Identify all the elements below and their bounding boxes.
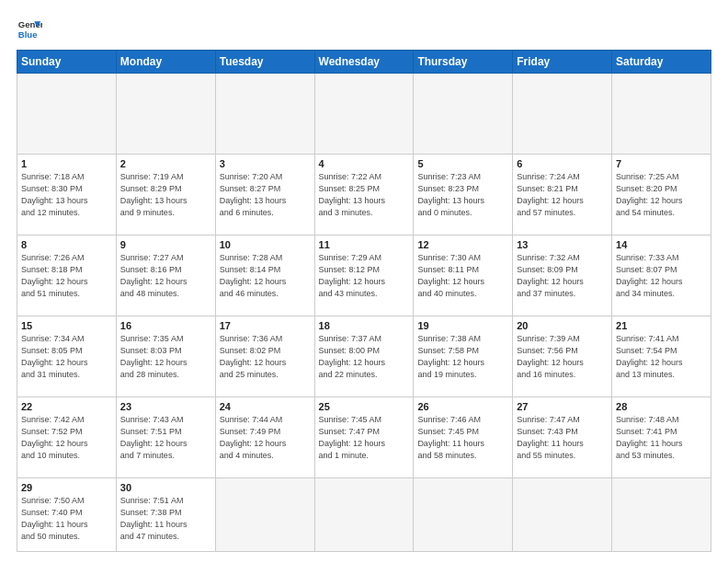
- day-info: Sunrise: 7:50 AM Sunset: 7:40 PM Dayligh…: [21, 495, 112, 543]
- calendar-week-row: 22Sunrise: 7:42 AM Sunset: 7:52 PM Dayli…: [17, 397, 711, 478]
- day-info: Sunrise: 7:38 AM Sunset: 7:58 PM Dayligh…: [417, 333, 508, 381]
- day-info: Sunrise: 7:22 AM Sunset: 8:25 PM Dayligh…: [319, 171, 410, 219]
- day-number: 5: [417, 158, 508, 169]
- day-number: 6: [517, 158, 608, 169]
- calendar-week-row: [17, 74, 711, 155]
- calendar-cell: [17, 74, 117, 155]
- day-info: Sunrise: 7:23 AM Sunset: 8:23 PM Dayligh…: [417, 171, 508, 219]
- calendar-week-row: 15Sunrise: 7:34 AM Sunset: 8:05 PM Dayli…: [17, 316, 711, 397]
- day-info: Sunrise: 7:28 AM Sunset: 8:14 PM Dayligh…: [220, 252, 311, 300]
- day-info: Sunrise: 7:44 AM Sunset: 7:49 PM Dayligh…: [220, 414, 311, 462]
- day-number: 21: [616, 320, 707, 331]
- calendar-cell: 5Sunrise: 7:23 AM Sunset: 8:23 PM Daylig…: [414, 155, 513, 236]
- calendar-cell: [612, 74, 711, 155]
- weekday-header: Sunday: [17, 51, 117, 74]
- weekday-header: Wednesday: [314, 51, 414, 74]
- day-info: Sunrise: 7:30 AM Sunset: 8:11 PM Dayligh…: [417, 252, 508, 300]
- calendar-cell: [314, 74, 414, 155]
- day-number: 8: [21, 239, 112, 250]
- day-number: 10: [220, 239, 311, 250]
- day-number: 28: [616, 401, 707, 412]
- calendar-cell: 7Sunrise: 7:25 AM Sunset: 8:20 PM Daylig…: [612, 155, 711, 236]
- calendar-cell: 16Sunrise: 7:35 AM Sunset: 8:03 PM Dayli…: [116, 316, 215, 397]
- day-info: Sunrise: 7:42 AM Sunset: 7:52 PM Dayligh…: [21, 414, 112, 462]
- day-info: Sunrise: 7:20 AM Sunset: 8:27 PM Dayligh…: [220, 171, 311, 219]
- day-info: Sunrise: 7:34 AM Sunset: 8:05 PM Dayligh…: [21, 333, 112, 381]
- day-number: 7: [616, 158, 707, 169]
- day-number: 4: [319, 158, 410, 169]
- calendar-cell: 28Sunrise: 7:48 AM Sunset: 7:41 PM Dayli…: [612, 397, 711, 478]
- day-info: Sunrise: 7:37 AM Sunset: 8:00 PM Dayligh…: [319, 333, 410, 381]
- calendar-cell: 20Sunrise: 7:39 AM Sunset: 7:56 PM Dayli…: [513, 316, 612, 397]
- calendar-cell: 24Sunrise: 7:44 AM Sunset: 7:49 PM Dayli…: [215, 397, 314, 478]
- day-info: Sunrise: 7:43 AM Sunset: 7:51 PM Dayligh…: [120, 414, 211, 462]
- calendar-table: SundayMondayTuesdayWednesdayThursdayFrid…: [17, 50, 711, 552]
- calendar-cell: 3Sunrise: 7:20 AM Sunset: 8:27 PM Daylig…: [215, 155, 314, 236]
- calendar-cell: 27Sunrise: 7:47 AM Sunset: 7:43 PM Dayli…: [513, 397, 612, 478]
- calendar-cell: [612, 478, 711, 552]
- day-number: 18: [319, 320, 410, 331]
- calendar-cell: 26Sunrise: 7:46 AM Sunset: 7:45 PM Dayli…: [414, 397, 513, 478]
- day-number: 25: [319, 401, 410, 412]
- calendar-cell: 2Sunrise: 7:19 AM Sunset: 8:29 PM Daylig…: [116, 155, 215, 236]
- calendar-cell: [215, 478, 314, 552]
- weekday-header: Monday: [116, 51, 215, 74]
- day-number: 24: [220, 401, 311, 412]
- calendar-week-row: 29Sunrise: 7:50 AM Sunset: 7:40 PM Dayli…: [17, 478, 711, 552]
- day-number: 14: [616, 239, 707, 250]
- calendar-header-row: SundayMondayTuesdayWednesdayThursdayFrid…: [17, 51, 711, 74]
- day-info: Sunrise: 7:41 AM Sunset: 7:54 PM Dayligh…: [616, 333, 707, 381]
- day-number: 12: [417, 239, 508, 250]
- calendar-cell: 8Sunrise: 7:26 AM Sunset: 8:18 PM Daylig…: [17, 236, 117, 316]
- calendar-cell: [513, 478, 612, 552]
- day-info: Sunrise: 7:36 AM Sunset: 8:02 PM Dayligh…: [220, 333, 311, 381]
- day-info: Sunrise: 7:32 AM Sunset: 8:09 PM Dayligh…: [517, 252, 608, 300]
- day-info: Sunrise: 7:27 AM Sunset: 8:16 PM Dayligh…: [120, 252, 211, 300]
- day-number: 9: [120, 239, 211, 250]
- day-number: 17: [220, 320, 311, 331]
- day-number: 29: [21, 482, 112, 493]
- weekday-header: Friday: [513, 51, 612, 74]
- day-number: 23: [120, 401, 211, 412]
- day-info: Sunrise: 7:18 AM Sunset: 8:30 PM Dayligh…: [21, 171, 112, 219]
- calendar-cell: 4Sunrise: 7:22 AM Sunset: 8:25 PM Daylig…: [314, 155, 414, 236]
- calendar-cell: 12Sunrise: 7:30 AM Sunset: 8:11 PM Dayli…: [414, 236, 513, 316]
- calendar-cell: [215, 74, 314, 155]
- weekday-header: Thursday: [414, 51, 513, 74]
- calendar-cell: 22Sunrise: 7:42 AM Sunset: 7:52 PM Dayli…: [17, 397, 117, 478]
- day-info: Sunrise: 7:29 AM Sunset: 8:12 PM Dayligh…: [319, 252, 410, 300]
- calendar-cell: 1Sunrise: 7:18 AM Sunset: 8:30 PM Daylig…: [17, 155, 117, 236]
- day-number: 2: [120, 158, 211, 169]
- calendar-cell: 30Sunrise: 7:51 AM Sunset: 7:38 PM Dayli…: [116, 478, 215, 552]
- calendar-cell: 23Sunrise: 7:43 AM Sunset: 7:51 PM Dayli…: [116, 397, 215, 478]
- day-info: Sunrise: 7:45 AM Sunset: 7:47 PM Dayligh…: [319, 414, 410, 462]
- svg-text:Blue: Blue: [18, 29, 38, 40]
- calendar-cell: 6Sunrise: 7:24 AM Sunset: 8:21 PM Daylig…: [513, 155, 612, 236]
- calendar-cell: [414, 478, 513, 552]
- day-info: Sunrise: 7:19 AM Sunset: 8:29 PM Dayligh…: [120, 171, 211, 219]
- day-number: 1: [21, 158, 112, 169]
- calendar-cell: 15Sunrise: 7:34 AM Sunset: 8:05 PM Dayli…: [17, 316, 117, 397]
- calendar-cell: 10Sunrise: 7:28 AM Sunset: 8:14 PM Dayli…: [215, 236, 314, 316]
- day-info: Sunrise: 7:48 AM Sunset: 7:41 PM Dayligh…: [616, 414, 707, 462]
- weekday-header: Saturday: [612, 51, 711, 74]
- day-info: Sunrise: 7:24 AM Sunset: 8:21 PM Dayligh…: [517, 171, 608, 219]
- day-info: Sunrise: 7:47 AM Sunset: 7:43 PM Dayligh…: [517, 414, 608, 462]
- page-header: General Blue: [17, 17, 711, 42]
- calendar-cell: 9Sunrise: 7:27 AM Sunset: 8:16 PM Daylig…: [116, 236, 215, 316]
- day-number: 13: [517, 239, 608, 250]
- calendar-cell: 21Sunrise: 7:41 AM Sunset: 7:54 PM Dayli…: [612, 316, 711, 397]
- calendar-cell: 29Sunrise: 7:50 AM Sunset: 7:40 PM Dayli…: [17, 478, 117, 552]
- day-info: Sunrise: 7:26 AM Sunset: 8:18 PM Dayligh…: [21, 252, 112, 300]
- day-info: Sunrise: 7:35 AM Sunset: 8:03 PM Dayligh…: [120, 333, 211, 381]
- day-number: 26: [417, 401, 508, 412]
- day-number: 3: [220, 158, 311, 169]
- logo-icon: General Blue: [17, 17, 42, 42]
- calendar-cell: 25Sunrise: 7:45 AM Sunset: 7:47 PM Dayli…: [314, 397, 414, 478]
- calendar-cell: [314, 478, 414, 552]
- day-number: 16: [120, 320, 211, 331]
- day-number: 30: [120, 482, 211, 493]
- calendar-cell: 19Sunrise: 7:38 AM Sunset: 7:58 PM Dayli…: [414, 316, 513, 397]
- weekday-header: Tuesday: [215, 51, 314, 74]
- day-number: 19: [417, 320, 508, 331]
